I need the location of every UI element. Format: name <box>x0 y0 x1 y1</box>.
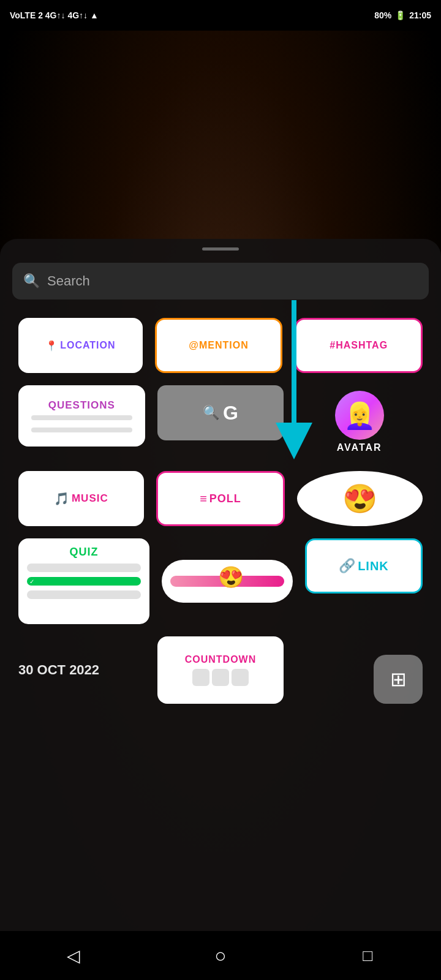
questions-sticker[interactable]: QUESTIONS <box>18 385 145 447</box>
hashtag-sticker[interactable]: #HASHTAG <box>295 318 423 373</box>
quiz-label: QUIZ <box>70 546 99 559</box>
date-label-wrap: 30 OCT 2022 <box>18 636 145 704</box>
battery-icon: 🔋 <box>395 10 405 20</box>
avatar-circle: 👱‍♀️ <box>335 391 384 440</box>
search-icon: 🔍 <box>23 273 40 289</box>
poll-sticker[interactable]: ≡ POLL <box>156 471 285 526</box>
mention-label: @MENTION <box>189 340 248 351</box>
battery-text: 80% <box>374 10 391 20</box>
avatar-sticker[interactable]: 👱‍♀️ AVATAR <box>296 385 423 459</box>
mention-sticker[interactable]: @MENTION <box>155 318 283 373</box>
location-icon: 📍 <box>45 340 58 352</box>
svg-marker-1 <box>276 423 312 459</box>
nav-back-button[interactable]: ◁ <box>55 937 92 974</box>
poll-icon: ≡ <box>200 492 207 506</box>
countdown-box-2 <box>212 669 229 686</box>
music-icon: 🎵 <box>54 491 69 506</box>
quiz-bar-1 <box>27 564 141 572</box>
drag-handle[interactable] <box>202 247 239 251</box>
search-input[interactable]: Search <box>47 273 90 289</box>
countdown-box-3 <box>232 669 249 686</box>
slider-sticker[interactable]: 😍 <box>162 560 293 603</box>
link-label: LINK <box>358 559 389 573</box>
status-right: 80% 🔋 21:05 <box>374 10 431 20</box>
date-label: 30 OCT 2022 <box>18 662 99 678</box>
emoji-sticker[interactable]: 😍 <box>297 471 423 526</box>
sticker-row-4: QUIZ ✓ 😍 🔗 LINK <box>12 538 429 624</box>
nav-recent-button[interactable]: □ <box>349 937 386 974</box>
home-icon: ○ <box>214 944 226 967</box>
status-left: VoLTE 2 4G↑↓ 4G↑↓ ▲ <box>10 10 99 20</box>
add-sticker-button[interactable]: ⊞ <box>374 655 423 704</box>
hashtag-label: #HASHTAG <box>330 340 388 351</box>
slider-track: 😍 <box>170 576 284 587</box>
slider-thumb-emoji: 😍 <box>218 565 244 589</box>
nav-home-button[interactable]: ○ <box>202 937 239 974</box>
back-icon: ◁ <box>67 946 80 966</box>
gif-letter: G <box>223 402 238 424</box>
blue-arrow <box>276 300 312 472</box>
countdown-label: COUNTDOWN <box>185 654 257 665</box>
gif-search-icon: 🔍 <box>203 405 219 421</box>
link-icon: 🔗 <box>339 558 355 574</box>
music-sticker[interactable]: 🎵 MUSIC <box>18 471 144 526</box>
emoji-display: 😍 <box>342 482 377 515</box>
search-bar[interactable]: 🔍 Search <box>12 263 429 300</box>
time-display: 21:05 <box>409 10 431 20</box>
quiz-bar-3 <box>27 590 141 599</box>
countdown-sticker[interactable]: COUNTDOWN <box>157 636 284 704</box>
status-bar: VoLTE 2 4G↑↓ 4G↑↓ ▲ 80% 🔋 21:05 <box>0 0 441 31</box>
sticker-row-5: 30 OCT 2022 COUNTDOWN ⊞ <box>12 636 429 704</box>
bottom-sheet: 🔍 Search 📍 LOCATION @MENTION #HASHTAG QU… <box>0 239 441 931</box>
add-sticker-wrap: ⊞ <box>296 655 423 704</box>
gif-sticker[interactable]: 🔍 G <box>157 385 284 440</box>
avatar-emoji: 👱‍♀️ <box>344 401 375 431</box>
countdown-boxes <box>192 669 249 686</box>
poll-label: POLL <box>209 492 241 505</box>
quiz-bar-2: ✓ <box>27 577 141 586</box>
nav-bar: ◁ ○ □ <box>0 931 441 980</box>
recent-icon: □ <box>363 946 372 965</box>
quiz-sticker[interactable]: QUIZ ✓ <box>18 538 149 624</box>
location-label: LOCATION <box>60 340 115 351</box>
sticker-row-3: 🎵 MUSIC ≡ POLL 😍 <box>12 471 429 526</box>
music-label: MUSIC <box>72 492 108 505</box>
questions-label: QUESTIONS <box>48 399 115 412</box>
sticker-row-1: 📍 LOCATION @MENTION #HASHTAG <box>12 318 429 373</box>
quiz-check: ✓ <box>29 578 34 585</box>
carrier-info: VoLTE 2 4G↑↓ 4G↑↓ ▲ <box>10 10 99 20</box>
avatar-label: AVATAR <box>337 442 382 453</box>
add-icon: ⊞ <box>390 668 407 691</box>
questions-bar-1 <box>31 415 132 420</box>
link-sticker[interactable]: 🔗 LINK <box>305 538 423 594</box>
gif-inner: 🔍 G <box>203 402 238 424</box>
location-sticker[interactable]: 📍 LOCATION <box>18 318 143 373</box>
sticker-row-2: QUESTIONS 🔍 G 👱‍♀️ AVATAR <box>12 385 429 459</box>
countdown-box-1 <box>192 669 209 686</box>
